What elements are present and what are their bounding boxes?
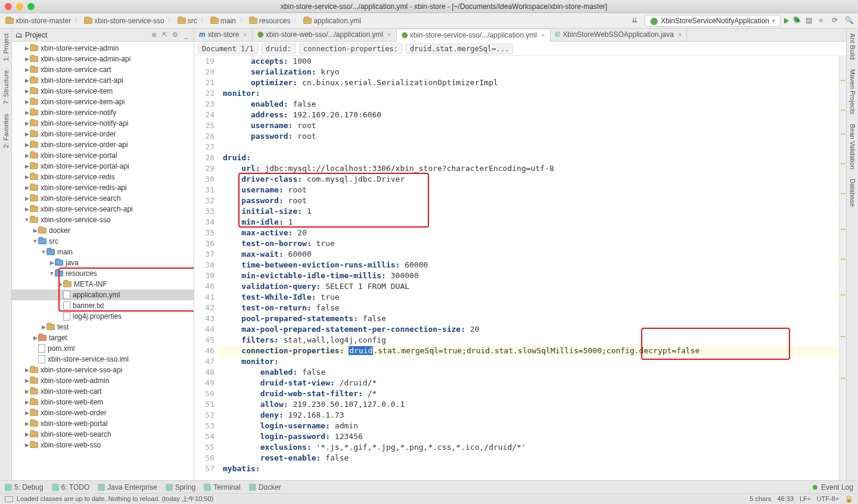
line-ending[interactable]: LF÷ [800,495,811,503]
tree-node[interactable]: ▶xbin-store-web-portal [12,418,194,429]
run-button[interactable] [784,18,789,24]
tool-window-button[interactable]: Spring [166,483,196,491]
tree-node[interactable]: ▶xbin-store-service-cart [12,64,194,75]
tree-node[interactable]: pom.xml [12,343,194,354]
breadcrumb-box[interactable]: connection-properties: [299,43,402,54]
tool-window-button[interactable]: Bean Validation [849,123,856,170]
debug-button[interactable]: 🪲 [792,16,802,26]
tree-node[interactable]: ▶xbin-store-service-redis [12,172,194,182]
tree-node[interactable]: ▶xbin-store-web-item [12,397,194,407]
status-icon[interactable] [5,496,13,502]
zoom-window[interactable] [27,3,35,10]
tree-node[interactable]: ▶xbin-store-service-search-api [12,204,194,214]
scroll-from-source-icon[interactable]: ⊕ [150,31,158,39]
breadcrumb-item[interactable]: application.yml [301,16,362,26]
code-area[interactable]: 1920212223242526272829303132333435363738… [194,56,846,480]
make-button[interactable]: ⇊ [632,16,641,26]
close-window[interactable] [5,3,12,10]
window-controls [5,3,35,10]
hide-panel-icon[interactable]: ⎯ [182,31,190,39]
tree-node[interactable]: banner.txt [12,300,194,311]
tool-window-button[interactable]: 6: TODO [52,483,90,491]
editor-tab[interactable]: ⬣xbin-store-service-sso/.../application.… [397,29,551,42]
stop-button[interactable]: ■ [819,16,828,26]
tree-node[interactable]: ▶xbin-store-service-item [12,86,194,97]
tree-node[interactable]: application.yml [12,290,194,300]
breadcrumb-item[interactable]: resources [247,16,293,26]
caret-position[interactable]: 46:33 [777,495,794,503]
tree-node[interactable]: ▼resources [12,268,194,279]
code-content[interactable]: accepts: 1000 serialization: kryo optimi… [219,56,839,480]
tool-window-button[interactable]: Ant Build [849,32,856,61]
project-view-label[interactable]: Project [25,31,147,39]
tree-node[interactable]: ▶xbin-store-service-item-api [12,97,194,107]
editor-tab[interactable]: ©XbinStoreWebSSOApplication.java× [551,28,688,41]
tool-window-button[interactable]: 2: Favorites [2,113,10,149]
tree-node[interactable]: xbin-store-service-sso.iml [12,354,194,365]
editor-tab[interactable]: mxbin-store× [194,28,253,41]
tree-node[interactable]: ▶xbin-store-service-order [12,129,194,139]
run-config-selector[interactable]: ⬤ XbinStoreServiceNotifyApplication ▾ [645,15,781,27]
breadcrumb-item[interactable]: xbin-store-master [4,16,73,26]
tool-window-button[interactable]: 1: Project [2,32,10,62]
tree-node[interactable]: ▶xbin-store-service-admin [12,43,194,54]
inspection-indicator[interactable]: 🔒 [845,495,853,503]
breadcrumb-item[interactable]: src [176,16,199,26]
breadcrumb-box[interactable]: druid.stat.mergeSql=... [406,43,513,54]
tree-node[interactable]: ▶META-INF [12,279,194,290]
breadcrumb-item[interactable]: xbin-store-service-sso [82,16,166,26]
tree-node[interactable]: ▶xbin-store-service-redis-api [12,182,194,193]
tree-node[interactable]: ▼src [12,236,194,247]
tool-window-button[interactable]: Docker [249,483,281,491]
bottom-toolbar: 5: Debug6: TODOJava EnterpriseSpringTerm… [0,480,858,493]
file-encoding[interactable]: UTF-8÷ [817,495,839,503]
tree-node[interactable]: ▶xbin-store-service-notify-api [12,118,194,129]
tree-node[interactable]: ▶test [12,322,194,332]
tree-node[interactable]: ▶xbin-store-web-cart [12,386,194,397]
tree-node[interactable]: ▶xbin-store-service-notify [12,107,194,118]
tree-node[interactable]: ▶xbin-store-service-portal [12,150,194,161]
tree-node[interactable]: ▶target [12,332,194,343]
breadcrumb-box[interactable]: Document 1/1 [198,43,258,54]
breadcrumb-box[interactable]: druid: [262,43,296,54]
update-button[interactable]: ⟳ [832,16,841,26]
tree-node[interactable]: ▶xbin-store-service-portal-api [12,161,194,172]
tree-node[interactable]: ▶xbin-store-web-sso [12,440,194,450]
project-tree[interactable]: ▶xbin-store-service-admin▶xbin-store-ser… [12,42,194,480]
coverage-button[interactable]: ▤ [806,16,815,26]
tree-node[interactable]: ▶xbin-store-service-order-api [12,139,194,150]
tree-node[interactable]: ▶xbin-store-web-order [12,407,194,418]
tool-window-button[interactable]: 5: Debug [5,483,43,491]
tool-window-button[interactable]: Terminal [204,483,240,491]
tree-node[interactable]: ▶xbin-store-service-admin-api [12,54,194,64]
settings-icon[interactable]: ⚙ [171,31,179,39]
tree-node[interactable]: ▶docker [12,225,194,236]
tool-window-button[interactable]: Maven Projects [849,68,856,116]
search-everywhere-button[interactable]: 🔍 [845,16,854,26]
event-log-button[interactable]: Event Log [821,483,853,491]
tree-node[interactable]: ▶xbin-store-service-cart-api [12,75,194,86]
tree-node[interactable]: log4j.properties [12,311,194,322]
status-bar: Loaded classes are up to date. Nothing t… [0,493,858,504]
tree-node[interactable]: ▼xbin-store-service-sso [12,214,194,225]
tree-node[interactable]: ▶xbin-store-web-search [12,429,194,440]
tree-node[interactable]: ▼main [12,247,194,257]
close-tab-icon[interactable]: × [678,31,682,38]
tree-node[interactable]: ▶xbin-store-service-search [12,193,194,204]
close-tab-icon[interactable]: × [243,31,247,38]
tool-window-button[interactable]: Java Enterprise [98,483,157,491]
close-tab-icon[interactable]: × [387,31,391,38]
error-stripe[interactable] [839,56,846,480]
tool-window-button[interactable]: Database [849,178,856,208]
close-tab-icon[interactable]: × [541,32,545,39]
tree-node[interactable]: ▶xbin-store-service-sso-api [12,365,194,375]
editor-tab[interactable]: ⬣xbin-store-web-sso/.../application.yml× [253,28,397,41]
tree-node[interactable]: ▶java [12,257,194,268]
minimize-window[interactable] [16,3,23,10]
breadcrumbs-bar: Document 1/1druid:connection-properties:… [194,42,846,56]
tool-window-button[interactable]: 7: Structure [2,69,10,105]
line-gutter: 1920212223242526272829303132333435363738… [194,56,219,480]
tree-node[interactable]: ▶xbin-store-web-admin [12,375,194,386]
breadcrumb-item[interactable]: main [209,16,238,26]
collapse-all-icon[interactable]: ⇱ [160,31,169,39]
